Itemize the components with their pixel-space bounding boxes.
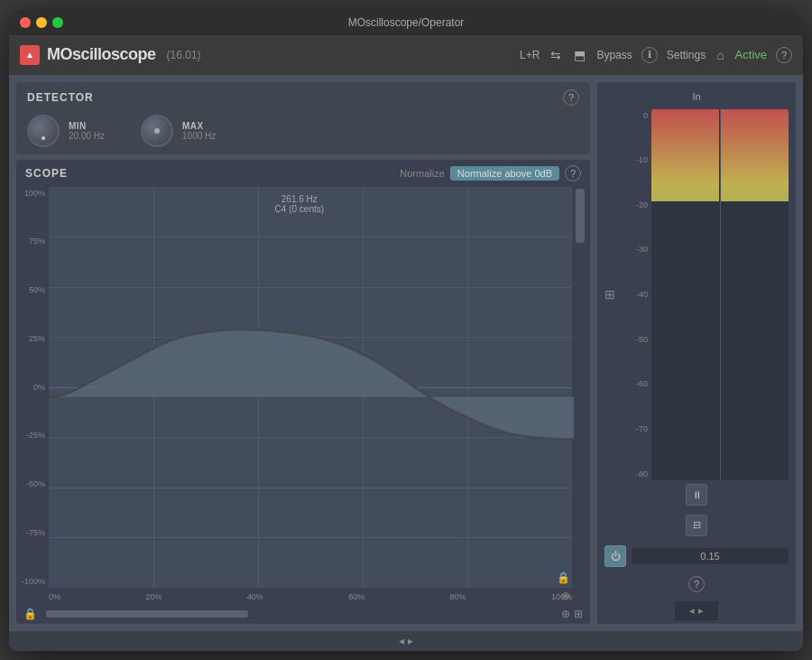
active-label[interactable]: Active <box>735 48 767 61</box>
bottom-arrows[interactable]: ◂ ▸ <box>399 635 412 647</box>
x-axis-labels: 0% 20% 40% 60% 80% 100% <box>49 588 572 606</box>
screenshot-button[interactable]: ⊟ <box>686 515 707 536</box>
y-label-100: 100% <box>20 189 49 198</box>
detector-header: DETECTOR ? <box>27 89 579 106</box>
normalize-label: Normalize <box>400 168 445 179</box>
scope-canvas: 100% 75% 50% 25% 0% -25% -50% -75% -100% <box>20 187 586 606</box>
main-window: MOscilloscope/Operator ▲ MOscilloscope (… <box>9 10 803 651</box>
x-label-80: 80% <box>450 592 466 601</box>
scope-header: SCOPE Normalize Normalize above 0dB ? <box>16 160 590 187</box>
zoom-h-icon[interactable]: ⊕ <box>561 608 570 620</box>
max-knob[interactable] <box>141 115 173 147</box>
window-title: MOscilloscope/Operator <box>348 16 465 29</box>
arrows-display[interactable]: ◂ ▸ <box>675 601 717 620</box>
scope-bottom-bar: 🔒 ⊕ ⊞ <box>16 606 590 624</box>
scope-controls: Normalize Normalize above 0dB ? <box>400 165 581 181</box>
waveform-display <box>49 187 574 606</box>
vertical-scrollbar[interactable] <box>574 187 586 588</box>
lr-label: L+R <box>520 49 540 61</box>
arrows-row: ◂ ▸ <box>597 598 796 624</box>
max-value: 1000 Hz <box>182 131 216 141</box>
min-label: MIN <box>69 121 105 131</box>
toolbar: ▲ MOscilloscope (16.01) L+R ⇆ ⬒ Bypass ℹ… <box>9 35 803 75</box>
meter-bar-left-overlay <box>651 201 719 479</box>
normalize-button[interactable]: Normalize above 0dB <box>450 166 559 181</box>
minimize-button[interactable] <box>36 17 47 28</box>
db-40: -40 <box>624 290 651 299</box>
db-scale: 0 -10 -20 -30 -40 -50 -60 -70 -80 <box>624 109 651 480</box>
scrollbar-thumb-v <box>576 189 585 243</box>
knob-indicator <box>42 136 45 140</box>
lock-icon[interactable]: 🔒 <box>557 572 570 584</box>
horizontal-scrollbar[interactable] <box>46 610 552 618</box>
bottom-navigation: ◂ ▸ <box>9 631 803 651</box>
meter-bar-left <box>651 109 719 480</box>
home-icon[interactable]: ⌂ <box>715 46 725 64</box>
db-60: -60 <box>624 379 651 388</box>
y-label-n75: -75% <box>20 528 49 537</box>
lock-h-icon[interactable]: 🔒 <box>23 608 37 620</box>
right-panel: In ⊞ 0 -10 -20 -30 -40 -50 -60 -70 -80 <box>597 82 796 624</box>
detector-help-icon[interactable]: ? <box>563 89 579 106</box>
meter-header: In <box>597 82 796 109</box>
pause-row: ⏸ <box>597 480 796 509</box>
scrollbar-thumb-h <box>46 610 248 618</box>
power-row: ⏻ 0.15 <box>597 542 796 571</box>
x-label-60: 60% <box>348 592 364 601</box>
detector-title: DETECTOR <box>27 91 94 104</box>
close-button[interactable] <box>20 17 31 28</box>
meter-bar-right-overlay <box>721 201 789 479</box>
settings-label[interactable]: Settings <box>667 49 706 61</box>
meter-left-icon[interactable]: ⊞ <box>604 287 615 302</box>
meter-value: 0.15 <box>632 548 789 564</box>
max-label: MAX <box>182 121 216 131</box>
x-label-20: 20% <box>145 592 161 601</box>
meter-bars <box>651 109 789 480</box>
meter-help-icon[interactable]: ? <box>688 576 705 592</box>
db-20: -20 <box>624 200 651 209</box>
min-knob-group: MIN 20.00 Hz <box>27 115 105 147</box>
titlebar: MOscilloscope/Operator <box>9 10 803 35</box>
toolbar-controls: L+R ⇆ ⬒ Bypass ℹ Settings ⌂ Active ? <box>520 46 792 64</box>
y-label-50: 50% <box>20 285 49 294</box>
y-label-25: 25% <box>20 334 49 343</box>
screenshot-row: ⊟ <box>597 511 796 540</box>
main-content: DETECTOR ? MIN 20.00 Hz <box>9 75 803 631</box>
max-knob-group: MAX 1000 Hz <box>141 115 216 147</box>
y-label-0: 0% <box>20 383 49 392</box>
maximize-button[interactable] <box>52 17 63 28</box>
copy-icon[interactable]: ⇆ <box>549 46 563 64</box>
db-70: -70 <box>624 424 651 433</box>
scope-section: SCOPE Normalize Normalize above 0dB ? 10… <box>16 160 590 624</box>
right-controls: ⏸ ⊟ ⏻ 0.15 ? ◂ ▸ <box>597 480 796 624</box>
y-axis-labels: 100% 75% 50% 25% 0% -25% -50% -75% -100% <box>20 187 49 588</box>
min-knob[interactable] <box>27 115 60 147</box>
meter-title: In <box>692 91 700 102</box>
db-0: 0 <box>624 111 651 120</box>
db-30: -30 <box>624 245 651 254</box>
y-label-n100: -100% <box>20 577 49 586</box>
x-label-100: 100% <box>551 592 572 601</box>
bypass-label[interactable]: Bypass <box>596 49 632 61</box>
detector-section: DETECTOR ? MIN 20.00 Hz <box>16 82 590 154</box>
help-icon[interactable]: ? <box>776 47 792 63</box>
x-label-40: 40% <box>247 592 263 601</box>
meter-bar-right <box>721 109 789 480</box>
knob-indicator <box>154 128 160 134</box>
help-row: ? <box>597 572 796 596</box>
pause-button[interactable]: ⏸ <box>686 484 707 506</box>
min-knob-info: MIN 20.00 Hz <box>69 121 105 141</box>
meter-area: ⊞ 0 -10 -20 -30 -40 -50 -60 -70 -80 <box>597 109 796 480</box>
power-button[interactable]: ⏻ <box>604 545 626 567</box>
bypass-info-icon[interactable]: ℹ <box>641 47 658 63</box>
app-version: (16.01) <box>167 49 201 61</box>
window-controls <box>20 17 63 28</box>
y-label-75: 75% <box>20 237 49 246</box>
min-value: 20.00 Hz <box>69 131 105 141</box>
save-icon[interactable]: ⬒ <box>572 46 587 64</box>
meter-divider <box>720 109 721 480</box>
logo-icon: ▲ <box>20 45 40 65</box>
fit-icon[interactable]: ⊞ <box>574 608 583 620</box>
app-name: MOscilloscope <box>47 45 156 64</box>
scope-help-icon[interactable]: ? <box>565 165 581 181</box>
